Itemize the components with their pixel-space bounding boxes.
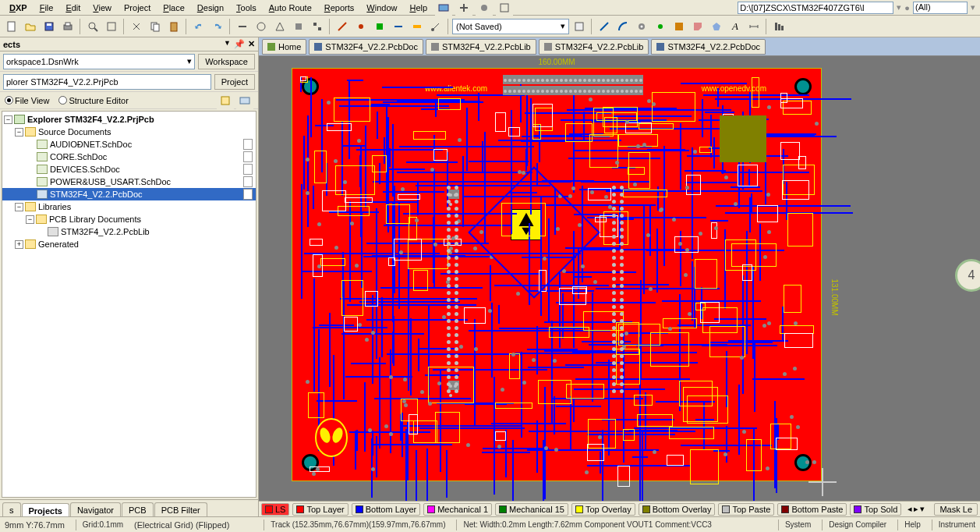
place-dim-button[interactable]	[745, 18, 762, 35]
menu-extra1-button[interactable]	[435, 0, 452, 16]
tab-projects[interactable]: Projects	[22, 503, 69, 517]
doc-tab[interactable]: Home	[262, 39, 306, 55]
status-instrument-button[interactable]: Instrument	[932, 520, 975, 530]
doc-tab[interactable]: STM32F4_V2.2.PcbDoc	[309, 39, 423, 55]
panel-close-icon[interactable]: ✕	[248, 39, 255, 49]
layer-tab[interactable]: Mechanical 15	[495, 503, 568, 516]
copy-button[interactable]	[147, 18, 164, 35]
status-help-button[interactable]: Help	[897, 520, 921, 530]
menu-dxp[interactable]: DXP	[5, 3, 32, 12]
doc-tab[interactable]: STM32F4_V2.2.PcbDoc	[651, 39, 766, 55]
expand-icon[interactable]: +	[15, 240, 23, 249]
project-tree[interactable]: − Explorer STM32F4_V2.2.PrjPcb − Source …	[2, 111, 256, 498]
tree-doc-item[interactable]: DEVICES.SchDoc	[2, 163, 256, 176]
tool-i-button[interactable]	[390, 18, 407, 35]
redo-button[interactable]	[209, 18, 226, 35]
collapse-icon[interactable]: −	[4, 115, 12, 124]
new-button[interactable]	[3, 18, 20, 35]
tool-b-button[interactable]	[253, 18, 270, 35]
tool-d-button[interactable]	[290, 18, 307, 35]
tree-lib-file[interactable]: STM32F4_V2.2.PcbLib	[2, 225, 256, 238]
tab-pcb-filter[interactable]: PCB Filter	[154, 502, 207, 516]
place-via-button[interactable]	[652, 18, 669, 35]
layer-next-icon[interactable]: ▸	[914, 504, 918, 514]
menu-tools[interactable]: Tools	[232, 3, 261, 12]
panel-opt1-button[interactable]	[217, 92, 234, 109]
tool-c-button[interactable]	[271, 18, 288, 35]
place-pad-button[interactable]	[633, 18, 650, 35]
tree-doc-item[interactable]: AUDIOÐNET.SchDoc	[2, 138, 256, 151]
menu-view[interactable]: View	[88, 3, 116, 12]
pcb-canvas-wrap[interactable]: 160.00MM 131.00MM www.alientek.com www.o…	[259, 56, 980, 501]
layer-tab[interactable]: Top Overlay	[571, 503, 635, 516]
layer-tab[interactable]: LS	[261, 503, 289, 516]
doc-tab[interactable]: STM32F4_V2.2.PcbLib	[539, 39, 649, 55]
menu-extra2-button[interactable]	[455, 0, 472, 16]
tree-source-docs[interactable]: − Source Documents	[2, 126, 256, 138]
menu-extra3-button[interactable]	[476, 0, 493, 16]
project-field[interactable]: plorer STM32F4_V2.2.PrjPcb	[3, 74, 211, 90]
layer-tab[interactable]: Bottom Paste	[777, 503, 847, 516]
path-field[interactable]: D:\[07]ZSCX\STM32F407ZGT6\I	[738, 2, 893, 14]
paste-button[interactable]	[165, 18, 182, 35]
menu-extra4-button[interactable]	[496, 0, 513, 16]
layer-prev-icon[interactable]: ◂	[907, 504, 912, 514]
mask-level-button[interactable]: Mask Le	[934, 503, 978, 516]
tree-root[interactable]: − Explorer STM32F4_V2.2.PrjPcb	[2, 113, 256, 126]
project-button[interactable]: Project	[214, 74, 255, 90]
place-arc-button[interactable]	[614, 18, 632, 35]
align-button[interactable]	[770, 18, 787, 35]
layer-tab[interactable]: Top Paste	[718, 503, 774, 516]
collapse-icon[interactable]: −	[15, 203, 23, 211]
layer-tab[interactable]: Bottom Layer	[352, 503, 420, 516]
tool-l-button[interactable]	[571, 18, 588, 35]
open-button[interactable]	[22, 18, 39, 35]
structure-editor-radio[interactable]: Structure Editor	[58, 96, 128, 105]
tool-e-button[interactable]	[309, 18, 326, 35]
collapse-icon[interactable]: −	[26, 215, 34, 224]
layer-menu-icon[interactable]: ▾	[920, 504, 925, 514]
tree-doc-item[interactable]: STM32F4_V2.2.PcbDoc	[2, 188, 256, 200]
place-fill-button[interactable]	[670, 18, 688, 35]
menu-reports[interactable]: Reports	[320, 3, 359, 12]
place-poly-button[interactable]	[708, 18, 725, 35]
menu-window[interactable]: Window	[362, 3, 402, 12]
panel-opt2-button[interactable]	[236, 92, 253, 109]
tab-pcb[interactable]: PCB	[122, 502, 154, 516]
menu-design[interactable]: Design	[193, 3, 228, 12]
tool-j-button[interactable]	[409, 18, 426, 35]
pcb-board[interactable]: 160.00MM 131.00MM www.alientek.com www.o…	[292, 68, 822, 481]
zoom-fit-button[interactable]	[103, 18, 120, 35]
file-view-radio[interactable]: File View	[5, 96, 49, 105]
doc-tab[interactable]: STM32F4_V2.2.PcbLib	[426, 39, 536, 55]
tree-generated[interactable]: + Generated	[2, 238, 256, 250]
place-region-button[interactable]	[689, 18, 706, 35]
tool-g-button[interactable]	[352, 18, 370, 35]
undo-button[interactable]	[190, 18, 207, 35]
tool-f-button[interactable]	[334, 18, 351, 35]
tool-a-button[interactable]	[234, 18, 251, 35]
zoom-button[interactable]	[84, 18, 101, 35]
workspace-field[interactable]: orkspace1.DsnWrk ▾	[3, 54, 195, 69]
layer-tab[interactable]: Top Layer	[292, 503, 348, 516]
menu-project[interactable]: Project	[119, 3, 155, 12]
place-line-button[interactable]	[596, 18, 613, 35]
status-design-compiler-button[interactable]: Design Compiler	[822, 520, 886, 530]
tab-navigator[interactable]: Navigator	[70, 502, 121, 516]
tree-lib-sub[interactable]: − PCB Library Documents	[2, 213, 256, 225]
menu-help[interactable]: Help	[405, 3, 432, 12]
layer-tab[interactable]: Mechanical 1	[423, 503, 492, 516]
collapse-icon[interactable]: −	[15, 128, 23, 137]
tool-k-button[interactable]	[427, 18, 444, 35]
layer-tab[interactable]: Top Sold	[850, 503, 901, 516]
save-button[interactable]	[41, 18, 58, 35]
tree-libraries[interactable]: − Libraries	[2, 200, 256, 213]
menu-place[interactable]: Place	[158, 3, 189, 12]
print-button[interactable]	[59, 18, 76, 35]
panel-pin-icon[interactable]: 📌	[234, 39, 245, 49]
workspace-button[interactable]: Workspace	[198, 54, 255, 69]
tree-doc-item[interactable]: POWER&USB_USART.SchDoc	[2, 176, 256, 188]
tool-h-button[interactable]	[371, 18, 388, 35]
view-dial[interactable]: 4	[955, 259, 980, 292]
menu-autoroute[interactable]: Auto Route	[264, 3, 317, 12]
